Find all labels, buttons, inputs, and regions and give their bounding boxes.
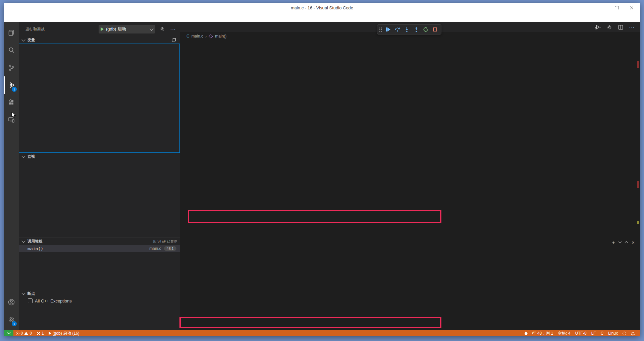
remote-explorer-icon	[8, 116, 15, 124]
start-debug-icon[interactable]	[101, 27, 104, 31]
restore-icon[interactable]	[614, 5, 619, 10]
terminal-instance-list	[574, 247, 640, 330]
settings-button[interactable]: 1	[4, 311, 19, 328]
toolbar-drag-handle[interactable]	[379, 27, 382, 32]
exception-breakpoint-row[interactable]: All C++ Exceptions	[19, 297, 180, 304]
code-editor[interactable]	[180, 40, 640, 237]
panel-actions: + ×	[612, 240, 640, 245]
language-mode-status[interactable]: C	[598, 330, 606, 336]
terminal-output[interactable]	[180, 247, 574, 330]
os-label: Linux	[608, 331, 618, 336]
terminal-dropdown-icon[interactable]	[619, 241, 621, 244]
title-bar: main.c - 16 - Visual Studio Code	[4, 3, 640, 13]
remote-indicator[interactable]: ><	[4, 330, 13, 336]
editor-actions: ···	[594, 22, 640, 32]
cursor-position-status[interactable]: 行 48，列 1	[530, 330, 556, 336]
open-panel-icon[interactable]	[170, 37, 177, 43]
step-into-icon[interactable]	[403, 25, 411, 33]
debug-session-label: (gdb) 启动 (16)	[53, 331, 79, 336]
sidebar-item-search[interactable]	[4, 42, 19, 59]
close-icon[interactable]	[629, 5, 634, 10]
breakpoints-title: 断点	[28, 291, 35, 296]
bottom-panel: + ×	[180, 237, 640, 330]
step-over-icon[interactable]	[393, 25, 401, 33]
variables-tree	[19, 44, 180, 153]
annotation-box-editor	[188, 210, 441, 223]
callstack-section-header[interactable]: 调用堆栈 因 STEP 已暂停	[19, 237, 180, 245]
watch-title: 监视	[28, 154, 35, 159]
indentation-status[interactable]: 空格: 4	[555, 330, 573, 336]
source-control-icon	[8, 64, 15, 71]
stack-frame-name: main()	[28, 246, 43, 251]
debug-view-badge: 1	[12, 87, 17, 92]
variables-section-header[interactable]: 变量	[19, 36, 180, 44]
sidebar-item-source-control[interactable]	[4, 59, 19, 76]
overview-ruler-mark	[637, 61, 639, 68]
problems-status[interactable]: ✕ 0 0	[13, 330, 34, 336]
split-editor-icon[interactable]	[617, 24, 624, 30]
account-button[interactable]	[4, 293, 19, 311]
step-out-icon[interactable]	[412, 25, 420, 33]
run-debug-sidebar: 运行和调试 (gdb) 启动 ··· 变量	[19, 22, 180, 330]
maximize-panel-icon[interactable]	[625, 241, 628, 244]
encoding-label: UTF-8	[575, 331, 587, 336]
launch-config-dropdown[interactable]: (gdb) 启动	[99, 25, 155, 33]
flame-status[interactable]	[522, 330, 530, 336]
account-icon	[8, 298, 15, 306]
c-file-icon: C	[186, 34, 190, 39]
debug-gear-icon[interactable]	[159, 26, 166, 32]
chevron-right-icon: ›	[205, 34, 207, 39]
window-title: main.c - 16 - Visual Studio Code	[4, 5, 640, 10]
error-count: 0	[21, 331, 23, 336]
chevron-down-icon	[21, 291, 25, 295]
minimize-icon[interactable]	[600, 5, 604, 10]
more-actions-icon[interactable]: ···	[629, 24, 635, 30]
callstack-empty-area	[19, 252, 180, 290]
indent-guide	[193, 40, 193, 237]
extensions-icon	[8, 99, 15, 106]
stack-frame-row[interactable]: main() main.c 48:1	[19, 245, 180, 252]
indent-label: 空格: 4	[558, 331, 570, 336]
run-or-debug-button[interactable]	[594, 24, 601, 30]
os-status[interactable]: Linux	[606, 330, 620, 336]
search-icon	[8, 47, 15, 54]
sidebar-item-extensions[interactable]	[4, 94, 19, 111]
overview-ruler-mark	[637, 221, 639, 224]
tasks-status[interactable]: 1	[34, 330, 46, 336]
minimap[interactable]	[598, 43, 619, 78]
debug-session-status[interactable]: (gdb) 启动 (16)	[46, 330, 82, 336]
variables-title: 变量	[28, 38, 35, 43]
restart-icon[interactable]	[422, 25, 430, 33]
feedback-status[interactable]	[620, 330, 629, 336]
more-actions-icon[interactable]: ···	[170, 26, 176, 32]
language-label: C	[601, 331, 604, 336]
new-terminal-icon[interactable]: +	[612, 240, 615, 245]
continue-icon[interactable]	[384, 25, 392, 33]
symbol-method-icon	[209, 34, 213, 39]
sidebar-item-run-and-debug[interactable]: 1	[4, 76, 19, 94]
exception-checkbox[interactable]	[28, 298, 33, 303]
close-panel-icon[interactable]: ×	[632, 240, 635, 245]
breakpoints-section-header[interactable]: 断点	[19, 290, 180, 297]
notifications-status[interactable]	[629, 330, 637, 336]
line-col-label: 行 48，列 1	[532, 331, 553, 336]
pause-reason-label: 因 STEP 已暂停	[153, 239, 177, 244]
eol-status[interactable]: LF	[589, 330, 598, 336]
encoding-status[interactable]: UTF-8	[573, 330, 589, 336]
breadcrumb-file[interactable]: main.c	[192, 34, 203, 39]
menu-bar	[4, 13, 640, 22]
activity-bar-bottom: 1	[4, 293, 19, 330]
panel-tab-bar: + ×	[180, 237, 640, 247]
tools-icon	[37, 332, 40, 335]
gear-icon[interactable]	[606, 24, 612, 30]
debug-toolbar	[377, 24, 441, 35]
watch-empty-area	[19, 160, 180, 237]
watch-section-header[interactable]: 监视	[19, 153, 180, 160]
sidebar-item-explorer[interactable]	[4, 24, 19, 42]
activity-bar: 1	[4, 22, 19, 330]
status-bar: >< ✕ 0 0 1 (gdb) 启动 (16) 行 48，列 1 空格: 4 …	[4, 330, 640, 336]
breadcrumb-symbol[interactable]: main()	[215, 34, 226, 39]
stop-icon[interactable]	[431, 25, 439, 33]
error-icon: ✕	[16, 332, 19, 335]
sidebar-item-remote-explorer[interactable]	[4, 111, 19, 129]
